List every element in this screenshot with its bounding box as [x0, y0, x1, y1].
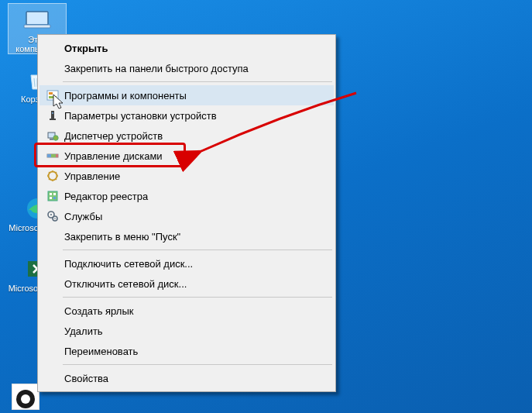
svg-rect-18: [51, 154, 56, 157]
menu-item[interactable]: Закрепить на панели быстрого доступа: [39, 58, 334, 78]
menu-item[interactable]: Программы и компоненты: [39, 85, 334, 105]
menu-item[interactable]: Параметры установки устройств: [39, 105, 334, 126]
menu-item-icon-empty: [44, 61, 61, 75]
menu-item-label: Управление дисками: [64, 150, 163, 162]
menu-item[interactable]: Закрепить в меню "Пуск": [39, 226, 334, 246]
menu-item-label: Управление: [64, 170, 120, 182]
menu-item-icon-empty: [44, 229, 61, 243]
svg-rect-8: [49, 92, 53, 95]
menu-item[interactable]: Управление: [39, 166, 334, 186]
computer-icon: [22, 7, 53, 33]
svg-rect-22: [50, 193, 52, 195]
menu-item-icon-empty: [44, 344, 61, 358]
svg-rect-21: [48, 191, 57, 201]
menu-item-label: Подключить сетевой диск...: [64, 258, 193, 270]
menu-item-label: Создать ярлык: [64, 305, 133, 317]
svg-rect-24: [50, 197, 52, 199]
device-manager-icon: [44, 129, 61, 143]
menu-item[interactable]: Переименовать: [39, 341, 334, 361]
menu-separator: [63, 364, 332, 365]
svg-rect-10: [51, 111, 54, 119]
menu-item-label: Службы: [64, 211, 102, 222]
svg-rect-9: [49, 96, 57, 98]
svg-rect-11: [50, 119, 56, 120]
context-menu: ОткрытьЗакрепить на панели быстрого дост…: [37, 34, 336, 392]
menu-item-label: Диспетчер устройств: [64, 130, 163, 142]
menu-item-icon-empty: [44, 256, 61, 270]
svg-rect-0: [26, 12, 48, 25]
svg-rect-25: [53, 197, 56, 199]
programs-icon: [44, 88, 61, 102]
menu-item[interactable]: Редактор реестра: [39, 186, 334, 206]
menu-item-icon-empty: [44, 324, 61, 338]
menu-item[interactable]: Службы: [39, 206, 334, 226]
svg-point-15: [53, 136, 58, 140]
svg-point-28: [50, 214, 52, 215]
menu-item-label: Редактор реестра: [64, 191, 148, 202]
svg-rect-19: [56, 154, 58, 157]
menu-item[interactable]: Свойства: [39, 368, 334, 388]
svg-point-29: [54, 218, 56, 219]
management-icon: [44, 169, 61, 183]
menu-item[interactable]: Отключить сетевой диск...: [39, 274, 334, 294]
menu-item-label: Удалить: [64, 325, 103, 337]
menu-item-label: Отключить сетевой диск...: [64, 278, 187, 290]
menu-item-icon-empty: [44, 277, 61, 291]
svg-point-12: [52, 112, 53, 114]
menu-separator: [63, 250, 332, 250]
menu-item-label: Открыть: [64, 43, 108, 54]
menu-item-label: Параметры установки устройств: [64, 110, 217, 122]
svg-rect-23: [53, 193, 56, 195]
menu-item[interactable]: Удалить: [39, 321, 334, 341]
svg-rect-7: [47, 91, 58, 100]
svg-rect-14: [50, 139, 53, 140]
menu-item-icon-empty: [44, 304, 61, 318]
menu-item-label: Закрепить в меню "Пуск": [64, 231, 180, 243]
menu-item-icon-empty: [44, 371, 61, 385]
disk-management-icon: [44, 149, 61, 163]
device-settings-icon: [44, 108, 61, 122]
menu-item-label: Закрепить на панели быстрого доступа: [64, 63, 249, 74]
menu-item[interactable]: Открыть: [39, 38, 334, 58]
menu-item[interactable]: Управление дисками: [39, 146, 334, 166]
menu-item-label: Программы и компоненты: [64, 90, 187, 102]
svg-point-6: [21, 394, 30, 404]
menu-item-label: Свойства: [64, 373, 108, 384]
menu-separator: [63, 297, 332, 298]
svg-rect-2: [24, 25, 50, 28]
taskbar-fragment: [12, 384, 39, 410]
menu-item-label: Переименовать: [64, 346, 138, 357]
menu-item[interactable]: Подключить сетевой диск...: [39, 253, 334, 274]
menu-item[interactable]: Диспетчер устройств: [39, 126, 334, 146]
registry-icon: [44, 189, 61, 203]
svg-rect-17: [47, 154, 51, 157]
menu-separator: [63, 81, 332, 82]
services-icon: [44, 209, 61, 223]
menu-item[interactable]: Создать ярлык: [39, 301, 334, 321]
menu-item-icon-empty: [44, 41, 61, 55]
